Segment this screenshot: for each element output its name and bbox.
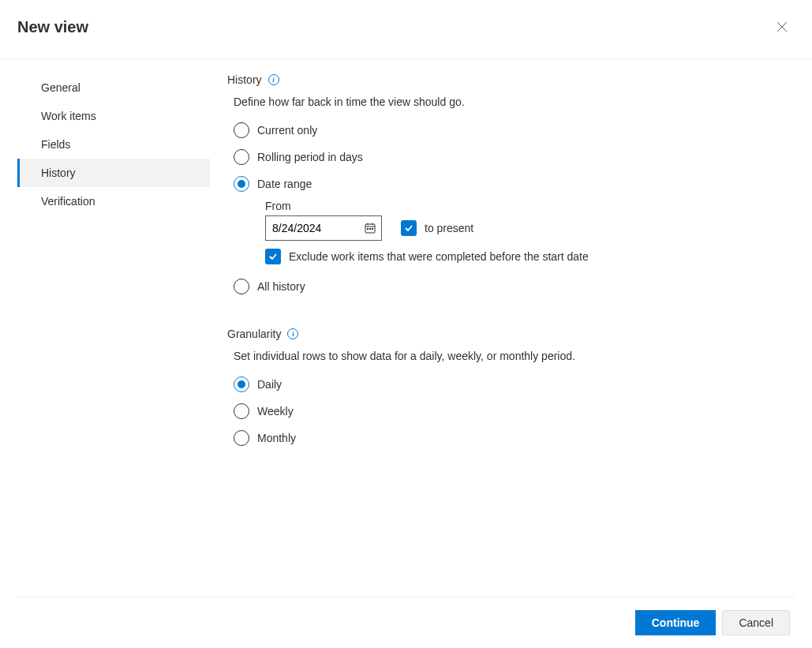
close-icon bbox=[776, 21, 788, 32]
from-label: From bbox=[265, 200, 788, 212]
history-desc: Define how far back in time the view sho… bbox=[227, 96, 788, 108]
to-present-row: to present bbox=[401, 220, 473, 236]
radio-icon bbox=[234, 403, 249, 419]
radio-rolling-period[interactable]: Rolling period in days bbox=[234, 149, 788, 165]
radio-label: Weekly bbox=[257, 405, 294, 418]
page-title: New view bbox=[17, 18, 88, 36]
checkmark-icon bbox=[268, 252, 278, 261]
info-icon[interactable]: i bbox=[287, 328, 298, 339]
calendar-icon[interactable] bbox=[364, 222, 376, 234]
dialog-content: General Work items Fields History Verifi… bbox=[0, 59, 812, 457]
info-icon[interactable]: i bbox=[268, 74, 279, 85]
sidebar-item-history[interactable]: History bbox=[17, 159, 210, 187]
from-date-input[interactable] bbox=[272, 222, 351, 234]
granularity-radio-group: Daily Weekly Monthly bbox=[227, 376, 788, 446]
granularity-desc: Set individual rows to show data for a d… bbox=[227, 350, 788, 362]
history-section-title: History i bbox=[227, 73, 788, 86]
to-present-checkbox[interactable] bbox=[401, 220, 417, 236]
sidebar-item-fields[interactable]: Fields bbox=[17, 130, 210, 159]
cancel-button[interactable]: Cancel bbox=[722, 610, 790, 635]
svg-rect-4 bbox=[367, 228, 369, 230]
radio-label: Date range bbox=[257, 178, 312, 190]
radio-daily[interactable]: Daily bbox=[234, 376, 788, 392]
radio-all-history[interactable]: All history bbox=[234, 279, 788, 294]
radio-icon bbox=[234, 430, 249, 446]
dialog-footer: Continue Cancel bbox=[17, 597, 795, 648]
date-row: to present bbox=[265, 215, 788, 241]
sidebar-item-work-items[interactable]: Work items bbox=[17, 102, 210, 130]
main-panel: History i Define how far back in time th… bbox=[210, 73, 812, 457]
radio-icon bbox=[234, 376, 249, 392]
history-title-text: History bbox=[227, 73, 262, 86]
checkmark-icon bbox=[404, 223, 413, 233]
to-present-label: to present bbox=[425, 222, 473, 234]
date-range-subform: From to present bbox=[234, 200, 788, 264]
radio-monthly[interactable]: Monthly bbox=[234, 430, 788, 446]
sidebar-item-verification[interactable]: Verification bbox=[17, 187, 210, 215]
radio-weekly[interactable]: Weekly bbox=[234, 403, 788, 419]
close-button[interactable] bbox=[769, 14, 795, 39]
svg-rect-5 bbox=[369, 228, 371, 230]
radio-icon bbox=[234, 176, 249, 192]
sidebar: General Work items Fields History Verifi… bbox=[0, 73, 210, 457]
exclude-row: Exclude work items that were completed b… bbox=[265, 249, 788, 264]
history-radio-group: Current only Rolling period in days Date… bbox=[227, 122, 788, 294]
granularity-section-title: Granularity i bbox=[227, 328, 788, 340]
radio-date-range[interactable]: Date range bbox=[234, 176, 788, 192]
radio-icon bbox=[234, 149, 249, 165]
radio-label: Daily bbox=[257, 378, 282, 391]
exclude-label: Exclude work items that were completed b… bbox=[289, 250, 589, 263]
from-date-input-wrap[interactable] bbox=[265, 215, 382, 241]
svg-rect-6 bbox=[372, 228, 373, 230]
radio-label: Current only bbox=[257, 124, 317, 137]
granularity-title-text: Granularity bbox=[227, 328, 281, 340]
radio-label: All history bbox=[257, 280, 305, 293]
dialog-header: New view bbox=[0, 0, 812, 59]
radio-label: Monthly bbox=[257, 432, 296, 444]
sidebar-item-general[interactable]: General bbox=[17, 73, 210, 102]
continue-button[interactable]: Continue bbox=[635, 610, 717, 635]
radio-label: Rolling period in days bbox=[257, 151, 363, 163]
exclude-checkbox[interactable] bbox=[265, 249, 281, 264]
radio-icon bbox=[234, 279, 249, 294]
radio-current-only[interactable]: Current only bbox=[234, 122, 788, 138]
radio-icon bbox=[234, 122, 249, 138]
